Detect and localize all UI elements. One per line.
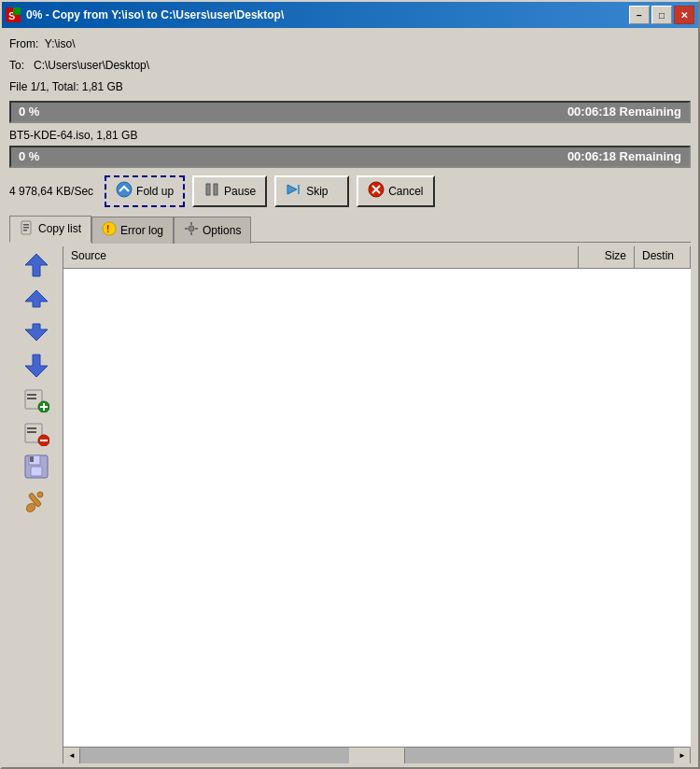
progress-text-2: 0 % 00:06:18 Remaining bbox=[19, 149, 681, 163]
svg-marker-25 bbox=[25, 355, 48, 377]
tab-error-log[interactable]: ! Error log bbox=[91, 217, 174, 244]
svg-rect-40 bbox=[30, 456, 34, 462]
to-label: To: bbox=[9, 59, 24, 72]
svg-point-43 bbox=[37, 492, 43, 497]
svg-rect-5 bbox=[214, 184, 217, 195]
file-info-line: File 1/1, Total: 1,81 GB bbox=[9, 78, 691, 96]
svg-rect-27 bbox=[27, 394, 36, 396]
progress-remaining-2: 00:06:18 Remaining bbox=[567, 149, 681, 163]
buttons-row: 4 978,64 KB/Sec Fold up Pause bbox=[9, 175, 691, 207]
maximize-button[interactable]: □ bbox=[651, 6, 672, 24]
app-icon: S bbox=[6, 7, 21, 22]
tab-error-log-label: Error log bbox=[120, 224, 163, 237]
title-bar-left: S 0% - Copy from Y:\iso\ to C:\Users\use… bbox=[6, 7, 284, 22]
skip-label: Skip bbox=[306, 185, 328, 198]
copy-list-tab-icon bbox=[20, 220, 35, 238]
svg-marker-24 bbox=[25, 324, 48, 341]
move-up-button[interactable] bbox=[21, 284, 51, 314]
close-button[interactable]: ✕ bbox=[674, 6, 694, 24]
svg-rect-39 bbox=[31, 467, 42, 476]
fold-up-label: Fold up bbox=[136, 185, 174, 198]
svg-text:!: ! bbox=[106, 224, 109, 234]
settings-button[interactable] bbox=[21, 485, 51, 515]
column-header-destination: Destin bbox=[635, 246, 691, 268]
from-value: Y:\iso\ bbox=[45, 37, 76, 50]
scrollbar-thumb[interactable] bbox=[349, 748, 405, 764]
cancel-label: Cancel bbox=[388, 185, 423, 198]
svg-marker-23 bbox=[25, 290, 48, 307]
tab-copy-list[interactable]: Copy list bbox=[9, 216, 91, 243]
move-to-bottom-button[interactable] bbox=[21, 351, 51, 381]
pause-label: Pause bbox=[224, 185, 256, 198]
title-buttons: − □ ✕ bbox=[629, 6, 694, 24]
svg-rect-12 bbox=[23, 224, 29, 226]
progress-remaining-1: 00:06:18 Remaining bbox=[567, 105, 681, 119]
file-label: BT5-KDE-64.iso, 1,81 GB bbox=[9, 129, 691, 142]
error-log-tab-icon: ! bbox=[102, 221, 117, 239]
svg-rect-33 bbox=[27, 427, 36, 429]
cancel-button[interactable]: Cancel bbox=[357, 175, 434, 207]
svg-point-3 bbox=[117, 182, 132, 197]
save-button[interactable] bbox=[21, 452, 51, 482]
sidebar-icons bbox=[9, 246, 63, 763]
tab-options[interactable]: Options bbox=[174, 217, 251, 244]
title-text: 0% - Copy from Y:\iso\ to C:\Users\user\… bbox=[26, 8, 284, 21]
cancel-icon bbox=[368, 181, 385, 201]
svg-marker-22 bbox=[25, 254, 48, 276]
svg-rect-4 bbox=[206, 184, 210, 195]
title-bar: S 0% - Copy from Y:\iso\ to C:\Users\use… bbox=[2, 2, 698, 28]
progress-text-1: 0 % 00:06:18 Remaining bbox=[19, 105, 681, 119]
tab-copy-list-label: Copy list bbox=[38, 222, 81, 235]
svg-point-17 bbox=[189, 226, 194, 231]
progress-bar-2: 0 % 00:06:18 Remaining bbox=[9, 146, 691, 168]
table-content bbox=[63, 269, 691, 747]
add-item-button[interactable] bbox=[21, 384, 51, 414]
fold-up-icon bbox=[116, 181, 133, 201]
main-window: S 0% - Copy from Y:\iso\ to C:\Users\use… bbox=[0, 0, 700, 769]
scroll-left-button[interactable]: ◄ bbox=[63, 748, 80, 764]
skip-icon bbox=[286, 181, 302, 201]
move-down-button[interactable] bbox=[21, 317, 51, 347]
from-label: From: bbox=[9, 37, 38, 50]
remove-item-button[interactable] bbox=[21, 418, 51, 448]
scroll-right-button[interactable]: ► bbox=[674, 748, 691, 764]
progress-percent-1: 0 % bbox=[19, 105, 39, 119]
column-header-size: Size bbox=[579, 246, 635, 268]
svg-rect-34 bbox=[27, 431, 36, 433]
svg-rect-2 bbox=[13, 7, 21, 15]
progress-percent-2: 0 % bbox=[19, 149, 39, 163]
column-header-source: Source bbox=[63, 246, 579, 268]
progress-bar-1: 0 % 00:06:18 Remaining bbox=[9, 101, 691, 123]
svg-marker-6 bbox=[287, 185, 297, 194]
scrollbar-track[interactable] bbox=[80, 748, 674, 764]
svg-rect-14 bbox=[23, 230, 27, 231]
options-tab-icon bbox=[184, 221, 199, 239]
to-value: C:\Users\user\Desktop\ bbox=[34, 59, 149, 72]
to-line: To: C:\Users\user\Desktop\ bbox=[9, 57, 691, 75]
main-area: Source Size Destin ◄ ► bbox=[9, 246, 691, 763]
skip-button[interactable]: Skip bbox=[274, 175, 349, 207]
svg-rect-13 bbox=[23, 227, 29, 229]
tab-options-label: Options bbox=[203, 224, 241, 237]
fold-up-button[interactable]: Fold up bbox=[105, 175, 185, 207]
from-line: From: Y:\iso\ bbox=[9, 35, 691, 53]
svg-rect-28 bbox=[27, 398, 36, 399]
table-structure: Source Size Destin ◄ ► bbox=[63, 246, 691, 763]
table-header: Source Size Destin bbox=[63, 246, 691, 269]
pause-button[interactable]: Pause bbox=[192, 175, 267, 207]
horizontal-scrollbar[interactable]: ◄ ► bbox=[63, 747, 691, 763]
tabs-container: Copy list ! Error log bbox=[9, 215, 691, 243]
move-to-top-button[interactable] bbox=[21, 250, 51, 280]
window-content: From: Y:\iso\ To: C:\Users\user\Desktop\… bbox=[2, 28, 698, 769]
pause-icon bbox=[203, 181, 220, 201]
minimize-button[interactable]: − bbox=[629, 6, 650, 24]
speed-label: 4 978,64 KB/Sec bbox=[9, 185, 93, 198]
